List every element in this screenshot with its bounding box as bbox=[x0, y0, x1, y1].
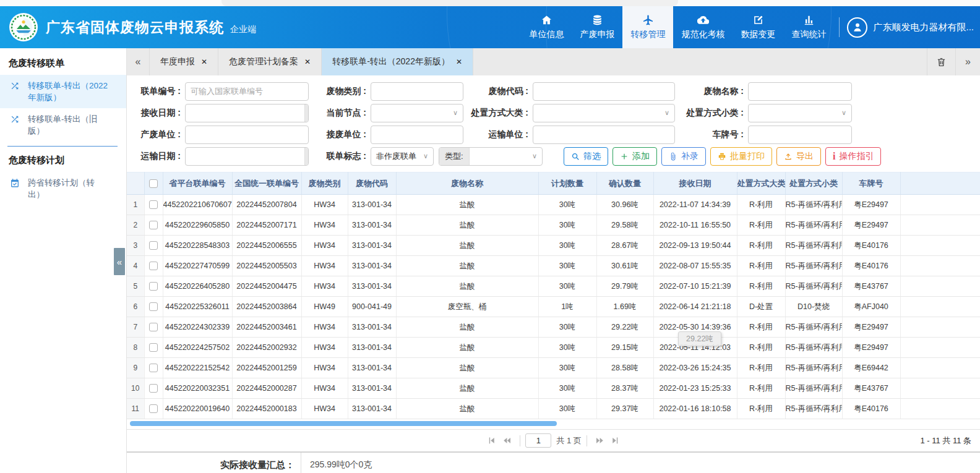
row-checkbox[interactable] bbox=[149, 323, 158, 331]
current-node-select[interactable]: ∨ bbox=[371, 104, 463, 122]
waste-code-input[interactable] bbox=[533, 83, 674, 100]
row-checkbox[interactable] bbox=[149, 302, 158, 311]
row-index: 5 bbox=[127, 276, 144, 297]
column-header[interactable]: 计划数量 bbox=[538, 173, 596, 195]
table-cell: 粤E40176 bbox=[842, 399, 900, 419]
column-header[interactable]: 废物代码 bbox=[348, 173, 396, 195]
column-header[interactable]: 车牌号 bbox=[842, 173, 900, 195]
page-number-input[interactable] bbox=[525, 433, 551, 448]
table-row[interactable]: 844522022425750220224452002932HW34313-00… bbox=[127, 338, 980, 358]
filter-button[interactable]: 筛选 bbox=[564, 147, 608, 166]
column-header[interactable]: 处置方式小类 bbox=[785, 173, 842, 195]
table-row[interactable]: 444522022747059920224452005503HW34313-00… bbox=[127, 256, 980, 276]
type-select[interactable]: ∨ bbox=[470, 148, 542, 165]
column-header[interactable]: 全国统一联单编号 bbox=[232, 173, 301, 195]
first-page-icon[interactable] bbox=[487, 436, 496, 445]
table-cell: 20224452007171 bbox=[232, 215, 301, 236]
manifest-flag-select[interactable]: 非作废联单∨ bbox=[371, 147, 434, 166]
user-menu[interactable]: 广东顺发电力器材有限... bbox=[845, 6, 980, 48]
filter-row: 接收日期 :-当前节点 :∨处置方式大类 :∨处置方式小类 :∨ bbox=[131, 103, 980, 122]
table-row[interactable]: 344522022854830320224452006555HW34313-00… bbox=[127, 236, 980, 256]
column-header[interactable]: 省平台联单编号 bbox=[163, 173, 232, 195]
nav-standard-check[interactable]: 规范化考核 bbox=[673, 6, 733, 48]
plate-no-input[interactable] bbox=[749, 126, 851, 143]
total-pages-label: 共 1 页 bbox=[556, 435, 581, 446]
table-row[interactable]: 1144522022001964020224452000183HW34313-0… bbox=[127, 399, 980, 419]
table-row[interactable]: 1445220221067060720224452007804HW34313-0… bbox=[127, 195, 980, 215]
tab[interactable]: 危废管理计划备案✕ bbox=[218, 48, 321, 75]
nav-data-change[interactable]: 数据变更 bbox=[733, 6, 783, 48]
chevron-down-icon: ∨ bbox=[419, 152, 428, 160]
tab-close-icon[interactable]: ✕ bbox=[456, 58, 462, 66]
row-checkbox[interactable] bbox=[149, 282, 158, 291]
supplement-button[interactable]: 补录 bbox=[661, 147, 706, 166]
tabs-scroll-right-icon[interactable]: » bbox=[955, 48, 980, 75]
transport-date-range-start[interactable] bbox=[186, 148, 304, 165]
prev-page-icon[interactable] bbox=[502, 436, 512, 445]
generator-unit-input[interactable] bbox=[186, 126, 308, 143]
nav-label: 查询统计 bbox=[791, 29, 826, 40]
row-checkbox[interactable] bbox=[149, 262, 158, 270]
disposal-major-select[interactable]: ∨ bbox=[533, 104, 675, 122]
row-checkbox[interactable] bbox=[149, 200, 158, 209]
export-button[interactable]: 导出 bbox=[776, 147, 821, 166]
batch-print-button[interactable]: 批量打印 bbox=[710, 147, 772, 166]
table-cell: R-利用 bbox=[737, 338, 785, 358]
table-row[interactable]: 1044522022003235120224452000287HW34313-0… bbox=[127, 378, 980, 399]
button-label: 补录 bbox=[681, 151, 698, 162]
table-cell: 28.58吨 bbox=[596, 358, 653, 378]
next-page-icon[interactable] bbox=[595, 436, 604, 445]
column-header[interactable]: 废物类别 bbox=[301, 173, 348, 195]
column-header[interactable]: 废物名称 bbox=[396, 173, 538, 195]
nav-waste-declare[interactable]: 产废申报 bbox=[572, 6, 622, 48]
table-row[interactable]: 544522022640528020224452004475HW34313-00… bbox=[127, 276, 980, 297]
column-header[interactable]: 接收日期 bbox=[653, 173, 737, 195]
tabs-scroll-left-icon[interactable]: « bbox=[127, 48, 149, 75]
add-button[interactable]: 添加 bbox=[612, 147, 657, 166]
nav-unit-info[interactable]: 单位信息 bbox=[521, 6, 572, 48]
last-page-icon[interactable] bbox=[611, 436, 620, 445]
pagination-bar: 共 1 页 1 - 11 共 11 条 bbox=[127, 429, 980, 452]
waste-name-input[interactable] bbox=[749, 83, 851, 100]
row-checkbox[interactable] bbox=[149, 221, 158, 229]
filter-label: 接废单位 : bbox=[314, 129, 371, 140]
receive-date-range-start[interactable] bbox=[186, 104, 304, 122]
guide-button[interactable]: i操作指引 bbox=[825, 147, 881, 166]
table-row[interactable]: 744522022430233920224452003461HW34313-00… bbox=[127, 317, 980, 338]
row-checkbox[interactable] bbox=[149, 343, 158, 352]
table-cell: R5-再循环/再利用其 bbox=[785, 358, 842, 378]
table-row[interactable]: 244522022960585020224452007171HW34313-00… bbox=[127, 215, 980, 236]
table-row[interactable]: 644522022532601120224452003864HW49900-04… bbox=[127, 297, 980, 317]
row-checkbox[interactable] bbox=[149, 364, 158, 372]
table-cell: 445220220019640 bbox=[163, 399, 232, 419]
sidebar-item[interactable]: 转移联单-转出（2022年新版） bbox=[0, 75, 126, 108]
nav-query-stats[interactable]: 查询统计 bbox=[783, 6, 834, 48]
column-header[interactable]: 处置方式大类 bbox=[737, 173, 785, 195]
row-checkbox[interactable] bbox=[149, 241, 158, 250]
transport-unit-input[interactable] bbox=[533, 126, 674, 143]
receiver-unit-input[interactable] bbox=[371, 126, 463, 143]
table-cell: 盐酸 bbox=[396, 338, 538, 358]
horizontal-scrollbar-thumb[interactable] bbox=[130, 421, 557, 426]
nav-transfer-mgmt[interactable]: 转移管理 bbox=[622, 6, 673, 48]
select-all-checkbox[interactable] bbox=[149, 179, 158, 188]
tab[interactable]: 年度申报✕ bbox=[149, 48, 218, 75]
sidebar-item[interactable]: 转移联单-转出（旧版） bbox=[0, 108, 126, 142]
close-all-tabs-trash-icon[interactable] bbox=[927, 48, 955, 75]
disposal-minor-select[interactable]: ∨ bbox=[748, 104, 852, 122]
sidebar-item[interactable]: 跨省转移计划（转出） bbox=[0, 172, 126, 205]
table-cell: 20224452003864 bbox=[232, 297, 301, 317]
table-cell: 20224452002932 bbox=[232, 338, 301, 358]
table-row[interactable]: 944522022215254220224452001259HW34313-00… bbox=[127, 358, 980, 378]
tab-close-icon[interactable]: ✕ bbox=[201, 58, 207, 66]
row-checkbox[interactable] bbox=[149, 384, 158, 393]
waste-category-input[interactable] bbox=[371, 83, 463, 100]
row-checkbox[interactable] bbox=[149, 404, 158, 413]
tab-close-icon[interactable]: ✕ bbox=[304, 58, 311, 66]
sidebar: 危废转移联单转移联单-转出（2022年新版）转移联单-转出（旧版）危废转移计划跨… bbox=[0, 48, 127, 473]
row-index: 11 bbox=[127, 399, 144, 419]
column-header[interactable]: 确认数量 bbox=[596, 173, 653, 195]
tab[interactable]: 转移联单-转出（2022年新版）✕ bbox=[321, 48, 473, 75]
sidebar-collapse-button[interactable]: « bbox=[114, 248, 125, 275]
manifest-no-input[interactable] bbox=[186, 83, 308, 100]
